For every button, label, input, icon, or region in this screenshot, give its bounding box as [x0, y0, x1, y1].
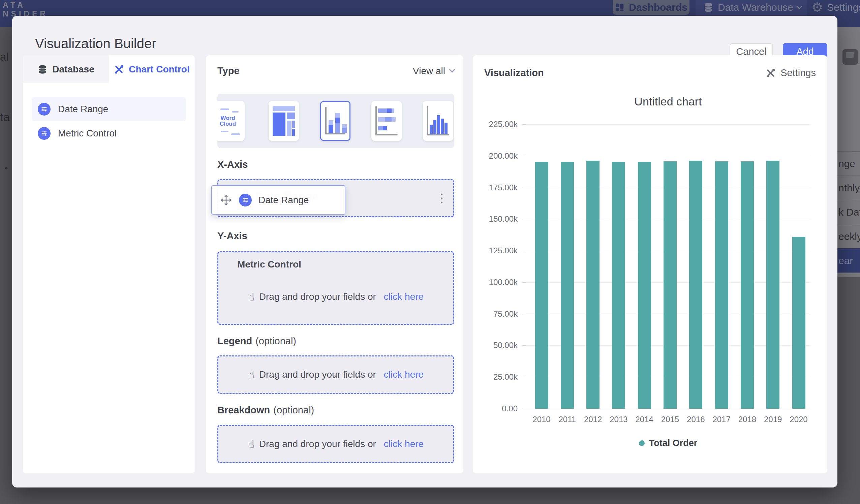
nav-item-data-warehouse[interactable]: Data Warehouse	[703, 0, 801, 15]
bar-2010	[535, 162, 548, 409]
chart-title: Untitled chart	[525, 95, 811, 108]
visualization-panel: Visualization Settings Untitled chart 22…	[473, 55, 827, 473]
gridline	[525, 156, 811, 156]
nav-item-settings[interactable]: ⚙ Settings	[812, 0, 860, 15]
database-icon	[38, 64, 47, 74]
fields-panel: Database Chart Control	[23, 55, 195, 473]
sliders-icon	[239, 194, 252, 206]
modal-title: Visualization Builder	[35, 36, 156, 51]
background-list-item-selected: ear	[837, 248, 860, 273]
bar-2019	[766, 161, 779, 409]
field-item-date-range[interactable]: Date Range	[32, 97, 186, 121]
nav-settings-label: Settings	[827, 2, 860, 13]
dragged-field-label: Date Range	[258, 195, 309, 205]
legend-label: Total Order	[649, 438, 698, 448]
bar-2014	[638, 162, 651, 409]
legend-marker	[639, 440, 645, 446]
background-list-item: eekly	[837, 224, 860, 248]
y-tick-label: 75.00k	[473, 309, 518, 319]
breakdown-dropzone[interactable]: ☝ Drag and drop your fields or click her…	[217, 425, 454, 463]
chevron-down-icon	[449, 66, 455, 72]
gridline	[525, 124, 811, 125]
chart-legend: Total Order	[525, 438, 811, 448]
view-all-label: View all	[413, 66, 445, 76]
chart-type-treemap[interactable]	[269, 101, 299, 141]
y-tick-label: 0.00	[473, 404, 518, 413]
move-icon	[220, 194, 232, 206]
nav-warehouse-label: Data Warehouse	[718, 2, 793, 13]
word-cloud-text: Cloud	[220, 121, 236, 127]
background-list-item: k Date	[837, 200, 860, 224]
background-list-item: nge	[837, 151, 860, 175]
bar-2017	[715, 161, 728, 409]
view-all-dropdown[interactable]: View all	[413, 66, 454, 76]
bar-2015	[663, 161, 677, 409]
dragged-field-date-range[interactable]: Date Range	[211, 185, 345, 215]
legend-heading: Legend(optional)	[217, 335, 296, 347]
chart-type-word-cloud[interactable]: Word Cloud	[217, 101, 245, 141]
chart-type-stacked-column[interactable]	[320, 101, 350, 141]
field-item-metric-control[interactable]: Metric Control	[32, 121, 186, 146]
tab-database-label: Database	[52, 64, 94, 75]
chevron-down-icon	[797, 4, 802, 10]
background-dropdown-list: nge nthly k Date eekly ear	[837, 151, 860, 273]
x-axis-heading: X-Axis	[217, 159, 248, 170]
tools-icon	[114, 64, 124, 74]
breakdown-heading-label: Breakdown	[217, 405, 270, 415]
kebab-menu-icon[interactable]	[439, 191, 444, 205]
tab-chart-control-label: Chart Control	[129, 64, 189, 75]
chart-type-column[interactable]	[423, 101, 453, 141]
background-right-strip: nge nthly k Date eekly ear	[837, 27, 860, 277]
chart-settings-label: Settings	[780, 67, 816, 78]
bar-2011	[561, 162, 574, 409]
builder-panel: Type View all Word Cloud	[206, 55, 463, 473]
y-tick-label: 100.00k	[473, 278, 518, 287]
y-tick-label: 125.00k	[473, 246, 518, 255]
field-label: Metric Control	[58, 128, 117, 139]
drop-hint-text: Drag and drop your fields or	[259, 291, 376, 302]
y-tick-label: 175.00k	[473, 183, 518, 192]
chart-type-strip: Word Cloud	[217, 93, 454, 148]
legend-dropzone[interactable]: ☝ Drag and drop your fields or click her…	[217, 356, 454, 394]
nav-item-dashboards[interactable]: Dashboards	[613, 0, 689, 15]
metric-control-label: Metric Control	[237, 259, 453, 270]
screen: ATA NSIDER Dashboards Data Warehouse ⚙ S…	[0, 0, 860, 504]
sliders-icon	[38, 127, 51, 140]
dashboards-grid-icon	[615, 2, 625, 13]
nav-dashboards-label: Dashboards	[629, 2, 687, 13]
visualization-heading: Visualization	[484, 67, 544, 78]
y-axis-dropzone[interactable]: Metric Control ☝ Drag and drop your fiel…	[217, 251, 454, 325]
tap-hand-icon: ☝	[248, 438, 255, 450]
y-tick-label: 225.00k	[473, 119, 518, 129]
legend-heading-label: Legend	[217, 335, 252, 346]
tab-database[interactable]: Database	[23, 55, 109, 83]
tab-chart-control[interactable]: Chart Control	[109, 55, 195, 83]
click-here-link[interactable]: click here	[384, 438, 424, 449]
y-tick-label: 25.00k	[473, 372, 518, 382]
type-heading: Type	[217, 66, 240, 76]
bar-2020	[792, 237, 805, 409]
y-tick-label: 150.00k	[473, 214, 518, 224]
x-tick-label: 2020	[784, 415, 814, 424]
visualization-builder-modal: Visualization Builder Cancel Add Databas…	[12, 16, 837, 488]
tap-hand-icon: ☝	[248, 369, 255, 381]
tap-hand-icon: ☝	[248, 291, 255, 303]
bar-2013	[612, 162, 625, 409]
drop-hint-text: Drag and drop your fields or	[259, 369, 376, 380]
bar-chart-plot: 2010201120122013201420152016201720182019…	[525, 124, 811, 409]
bar-2016	[689, 161, 702, 409]
legend-optional-label: (optional)	[255, 335, 296, 346]
tools-icon	[766, 68, 776, 78]
drop-hint-text: Drag and drop your fields or	[259, 438, 376, 449]
bar-2018	[741, 161, 754, 409]
background-partial-text: al	[0, 51, 9, 63]
click-here-link[interactable]: click here	[384, 291, 424, 302]
y-tick-label: 50.00k	[473, 341, 518, 350]
panel-tabs: Database Chart Control	[23, 55, 195, 83]
click-here-link[interactable]: click here	[384, 369, 424, 380]
bar-2012	[586, 161, 600, 409]
word-cloud-text: Word	[220, 115, 235, 121]
background-list-item: nthly	[837, 175, 860, 200]
chart-type-stacked-bar[interactable]	[371, 101, 402, 141]
chart-settings-button[interactable]: Settings	[766, 67, 816, 78]
